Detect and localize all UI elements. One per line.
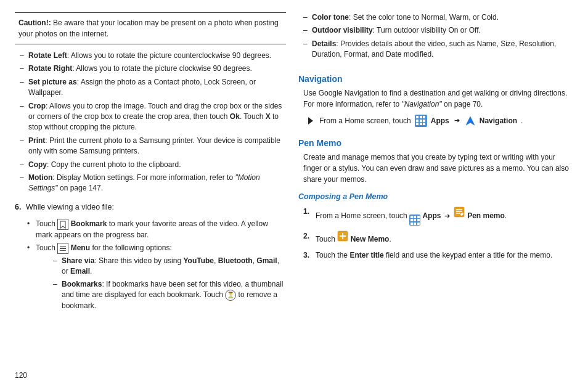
nav-prefix: From a Home screen, touch — [319, 115, 411, 126]
caution-box: Caution!: Be aware that your location ma… — [15, 12, 286, 44]
numbered-item-6: 6. While viewing a video file: — [15, 202, 286, 213]
list-item: Color tone: Set the color tone to Normal… — [303, 12, 573, 23]
step-1: 1. From a Home screen, touch Apps ➔ — [303, 206, 573, 226]
list-item: Print: Print the current photo to a Sams… — [20, 136, 286, 157]
apps-arrow: ➔ — [454, 115, 460, 126]
step-2-content: Touch New Memo. — [316, 231, 391, 245]
list-item: Rotate Right: Allows you to rotate the p… — [20, 63, 286, 74]
term: Print — [28, 136, 45, 145]
pen-memo-label: Pen memo — [467, 211, 505, 220]
term: Motion — [28, 173, 52, 182]
list-item: Share via: Share this video by using You… — [53, 256, 286, 277]
list-item: Details: Provides details about the vide… — [303, 39, 573, 60]
term: Crop — [28, 102, 46, 110]
term: Rotate Right — [28, 64, 72, 73]
list-item: Motion: Display Motion settings. For mor… — [20, 173, 286, 194]
navigation-action: From a Home screen, touch Apps ➔ Navigat… — [308, 115, 573, 127]
term: Details — [312, 39, 336, 48]
apps-label: Apps — [431, 115, 449, 126]
pen-memo-heading: Pen Memo — [298, 138, 573, 148]
left-column: Caution!: Be aware that your location ma… — [15, 12, 286, 380]
nav-label: Navigation — [480, 115, 517, 126]
right-column: Color tone: Set the color tone to Normal… — [298, 12, 573, 380]
step-1-num: 1. — [303, 206, 312, 226]
pen-memo-icon — [453, 206, 465, 218]
caution-label: Caution!: — [18, 18, 51, 27]
bullet-list: Rotate Left: Allows you to rotate the pi… — [15, 51, 286, 197]
remove-bookmark-icon: ⏳ — [225, 290, 236, 301]
apps-icon-step1 — [409, 214, 420, 226]
page: Caution!: Be aware that your location ma… — [0, 0, 588, 392]
step-2-num: 2. — [303, 231, 312, 245]
menu-icon — [57, 243, 68, 254]
apps-grid-icon — [416, 116, 425, 125]
svg-rect-1 — [454, 207, 464, 217]
step-3-content: Touch the Enter title field and use the … — [316, 250, 552, 261]
step-number: 6. — [15, 203, 21, 211]
list-item: Bookmarks: If bookmarks have been set fo… — [53, 279, 286, 312]
numbered-steps: 1. From a Home screen, touch Apps ➔ — [298, 206, 573, 266]
new-memo-icon — [337, 231, 348, 242]
list-item: Set picture as: Assign the photo as a Co… — [20, 77, 286, 99]
term: Rotate Left — [28, 51, 67, 60]
navigation-heading: Navigation — [298, 74, 573, 84]
step-1-content: From a Home screen, touch Apps ➔ — [316, 206, 507, 226]
svg-marker-0 — [466, 116, 475, 125]
term: Menu — [71, 243, 90, 252]
right-dash-list: Color tone: Set the color tone to Normal… — [298, 12, 573, 63]
term: Color tone — [312, 13, 349, 22]
step-3-num: 3. — [303, 250, 312, 261]
new-memo-label: New Memo — [351, 235, 390, 243]
apps-grid-icon — [410, 216, 420, 225]
sub-dash-list: Share via: Share this video by using You… — [36, 256, 286, 312]
apps-arrow-step1: ➔ — [444, 212, 452, 219]
navigation-icon — [465, 115, 476, 126]
list-item: Rotate Left: Allows you to rotate the pi… — [20, 51, 286, 61]
pen-memo-body: Create and manage memos that you create … — [298, 152, 573, 185]
list-item: Touch Bookmark to mark your favorite are… — [27, 219, 286, 240]
apps-icon — [415, 115, 427, 127]
page-number: 120 — [15, 371, 286, 380]
list-item: Outdoor visibility: Turn outdoor visibil… — [303, 25, 573, 36]
term: Bookmark — [71, 220, 107, 229]
step-text: While viewing a video file: — [26, 203, 114, 211]
navigation-body: Use Google Navigation to find a destinat… — [298, 88, 573, 110]
sub-bullet-list: Touch Bookmark to mark your favorite are… — [15, 219, 286, 313]
step-2: 2. Touch New Memo. — [303, 231, 573, 245]
list-item: Crop: Allows you to crop the image. Touc… — [20, 101, 286, 133]
term: Set picture as — [28, 78, 77, 86]
term: Copy — [28, 160, 47, 169]
bookmark-icon — [57, 219, 68, 230]
term: Outdoor visibility — [312, 26, 373, 35]
apps-label-step1: Apps — [422, 211, 441, 220]
term: Share via — [62, 256, 94, 265]
caution-text: Be aware that your location may be prese… — [18, 18, 279, 38]
step-3: 3. Touch the Enter title field and use t… — [303, 250, 573, 261]
arrow-right-icon — [308, 117, 313, 125]
list-item: Copy: Copy the current photo to the clip… — [20, 160, 286, 170]
list-item: Touch Menu for the following options: Sh… — [27, 243, 286, 312]
composing-heading: Composing a Pen Memo — [298, 192, 573, 201]
term: Bookmarks — [62, 280, 102, 288]
